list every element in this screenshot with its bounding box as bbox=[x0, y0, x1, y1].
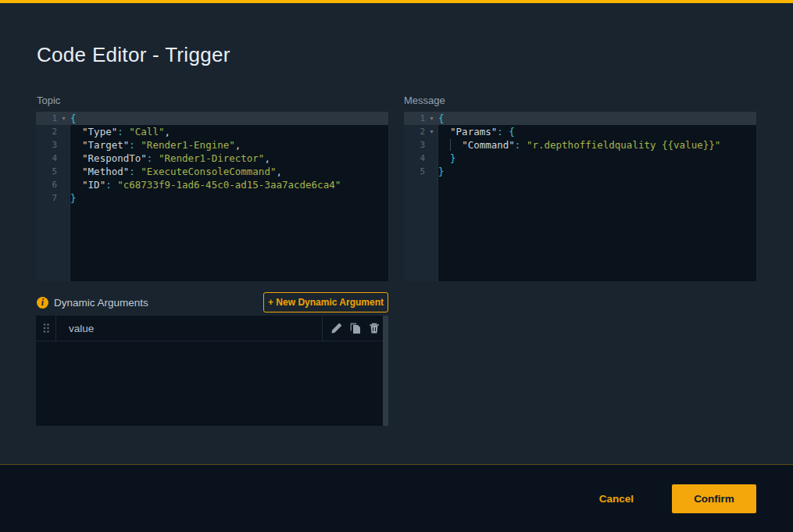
info-icon: i bbox=[37, 297, 48, 309]
message-label: Message bbox=[404, 95, 445, 106]
dynamic-arguments-header: i Dynamic Arguments + New Dynamic Argume… bbox=[36, 292, 388, 312]
page-title: Code Editor - Trigger bbox=[37, 43, 230, 67]
dynamic-arguments-label: Dynamic Arguments bbox=[54, 297, 148, 309]
dynamic-arguments-list: value bbox=[36, 316, 388, 426]
fold-arrow-icon[interactable]: ▾ bbox=[425, 125, 438, 138]
confirm-button[interactable]: Confirm bbox=[672, 484, 756, 513]
scrollbar[interactable] bbox=[383, 316, 388, 426]
message-code-editor[interactable]: 1▾{2▾ "Params": {3 "Command": "r.depthof… bbox=[404, 112, 756, 281]
edit-icon[interactable] bbox=[330, 322, 343, 334]
new-dynamic-argument-button[interactable]: + New Dynamic Argument bbox=[263, 292, 388, 312]
topic-label: Topic bbox=[37, 95, 60, 106]
drag-handle-icon[interactable] bbox=[36, 316, 56, 341]
top-accent-bar bbox=[0, 0, 793, 3]
delete-icon[interactable] bbox=[368, 322, 380, 334]
argument-name: value bbox=[56, 323, 322, 334]
duplicate-icon[interactable] bbox=[349, 322, 362, 334]
dynamic-argument-row: value bbox=[36, 316, 388, 341]
topic-code-editor[interactable]: 1▾{2 "Type": "Call",3 "Target": "Render1… bbox=[36, 112, 388, 281]
row-actions bbox=[322, 316, 388, 341]
code-editor-dialog: Code Editor - Trigger Topic Message 1▾{2… bbox=[0, 0, 793, 532]
fold-arrow-icon[interactable]: ▾ bbox=[57, 112, 70, 125]
footer: Cancel Confirm bbox=[0, 465, 793, 532]
fold-arrow-icon[interactable]: ▾ bbox=[425, 112, 438, 125]
cancel-button[interactable]: Cancel bbox=[599, 493, 634, 505]
